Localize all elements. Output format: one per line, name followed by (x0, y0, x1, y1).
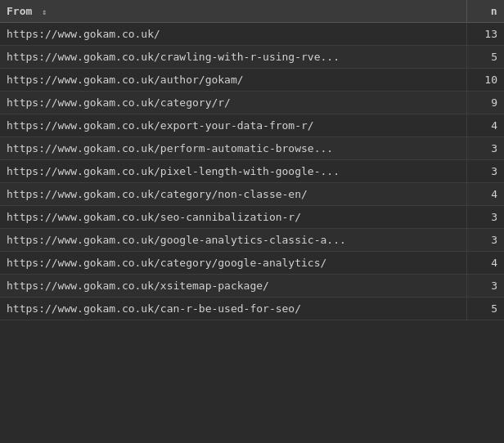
cell-url[interactable]: https://www.gokam.co.uk/category/google-… (0, 252, 466, 275)
cell-url[interactable]: https://www.gokam.co.uk/xsitemap-package… (0, 275, 466, 298)
data-table: From ⇕ n https://www.gokam.co.uk/13https… (0, 0, 504, 443)
table-row: https://www.gokam.co.uk/category/r/9 (0, 92, 504, 114)
cell-url[interactable]: https://www.gokam.co.uk/category/r/ (0, 92, 466, 114)
column-n-label: n (491, 5, 497, 17)
cell-n: 4 (466, 252, 504, 275)
table-row: https://www.gokam.co.uk/author/gokam/10 (0, 69, 504, 92)
table-row: https://www.gokam.co.uk/13 (0, 23, 504, 46)
cell-n: 4 (466, 114, 504, 137)
cell-n: 3 (466, 206, 504, 229)
cell-url[interactable]: https://www.gokam.co.uk/crawling-with-r-… (0, 46, 466, 69)
table-row: https://www.gokam.co.uk/category/google-… (0, 252, 504, 275)
table-row: https://www.gokam.co.uk/xsitemap-package… (0, 275, 504, 298)
sort-icon: ⇕ (42, 7, 47, 16)
cell-url[interactable]: https://www.gokam.co.uk/category/non-cla… (0, 183, 466, 206)
cell-url[interactable]: https://www.gokam.co.uk/author/gokam/ (0, 69, 466, 92)
column-from-label: From (7, 5, 32, 17)
table-row: https://www.gokam.co.uk/perform-automati… (0, 137, 504, 160)
table-row: https://www.gokam.co.uk/category/non-cla… (0, 183, 504, 206)
table-row: https://www.gokam.co.uk/can-r-be-used-fo… (0, 298, 504, 320)
table-row: https://www.gokam.co.uk/seo-cannibalizat… (0, 206, 504, 229)
cell-n: 4 (466, 183, 504, 206)
cell-n: 3 (466, 275, 504, 298)
table-row: https://www.gokam.co.uk/pixel-length-wit… (0, 160, 504, 183)
cell-n: 3 (466, 229, 504, 252)
cell-n: 3 (466, 160, 504, 183)
cell-n: 3 (466, 137, 504, 160)
cell-url[interactable]: https://www.gokam.co.uk/pixel-length-wit… (0, 160, 466, 183)
table-row: https://www.gokam.co.uk/google-analytics… (0, 229, 504, 252)
table-row: https://www.gokam.co.uk/export-your-data… (0, 114, 504, 137)
cell-url[interactable]: https://www.gokam.co.uk/can-r-be-used-fo… (0, 298, 466, 320)
column-header-from[interactable]: From ⇕ (0, 0, 466, 23)
cell-url[interactable]: https://www.gokam.co.uk/google-analytics… (0, 229, 466, 252)
cell-url[interactable]: https://www.gokam.co.uk/ (0, 23, 466, 46)
cell-url[interactable]: https://www.gokam.co.uk/seo-cannibalizat… (0, 206, 466, 229)
cell-n: 9 (466, 92, 504, 114)
column-header-n[interactable]: n (466, 0, 504, 23)
cell-url[interactable]: https://www.gokam.co.uk/perform-automati… (0, 137, 466, 160)
cell-n: 13 (466, 23, 504, 46)
cell-n: 10 (466, 69, 504, 92)
cell-n: 5 (466, 298, 504, 320)
cell-url[interactable]: https://www.gokam.co.uk/export-your-data… (0, 114, 466, 137)
table-row: https://www.gokam.co.uk/crawling-with-r-… (0, 46, 504, 69)
cell-n: 5 (466, 46, 504, 69)
